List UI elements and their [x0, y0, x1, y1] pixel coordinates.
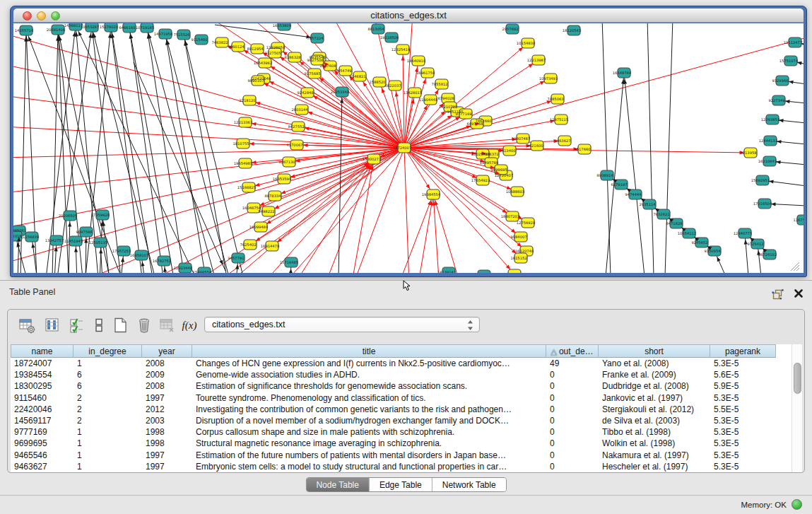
column-header-title[interactable]: title: [192, 344, 546, 358]
table-cell[interactable]: 0: [546, 426, 599, 438]
table-cell[interactable]: Corpus callosum shape and size in male p…: [192, 426, 546, 438]
maximize-button[interactable]: [51, 11, 60, 21]
table-cell[interactable]: 0: [546, 404, 599, 415]
network-edge[interactable]: [184, 35, 247, 273]
table-cell[interactable]: 2009: [142, 369, 192, 380]
table-row[interactable]: 1830029562008Estimation of significance …: [11, 380, 802, 392]
table-cell[interactable]: Investigating the contribution of common…: [192, 404, 546, 415]
column-header-name[interactable]: name: [11, 344, 73, 358]
column-header-pagerank[interactable]: pagerank: [710, 344, 776, 358]
table-cell[interactable]: 1: [73, 450, 142, 461]
network-edge[interactable]: [602, 23, 611, 273]
rows-icon[interactable]: [90, 316, 108, 334]
table-cell[interactable]: 14569117: [11, 415, 73, 426]
table-cell[interactable]: 5.3E-5: [710, 358, 776, 369]
table-row[interactable]: 911546021997Tourette syndrome. Phenomeno…: [11, 392, 802, 404]
table-cell[interactable]: 5.3E-5: [710, 461, 776, 472]
network-edge[interactable]: [111, 27, 155, 273]
table-cell[interactable]: 49: [546, 358, 599, 369]
table-cell[interactable]: Dudbridge et al. (2008): [599, 380, 710, 392]
network-edge[interactable]: [745, 233, 748, 273]
resize-grip[interactable]: [791, 262, 799, 271]
network-edge[interactable]: [92, 27, 121, 273]
network-edge[interactable]: [265, 63, 404, 148]
network-edge[interactable]: [403, 49, 404, 148]
table-cell[interactable]: Tibbo et al. (1998): [599, 426, 710, 438]
table-cell[interactable]: 0: [546, 461, 599, 472]
table-cell[interactable]: Franke et al. (2009): [599, 369, 710, 380]
network-edge[interactable]: [307, 93, 404, 148]
column-header-short[interactable]: short: [599, 344, 710, 358]
table-cell[interactable]: 5.3E-5: [710, 426, 776, 438]
float-panel-icon[interactable]: [772, 289, 784, 300]
table-cell[interactable]: Wolkin et al. (1998): [599, 438, 710, 449]
network-edge[interactable]: [111, 27, 142, 273]
table-cell[interactable]: 19384554: [11, 369, 73, 380]
table-row[interactable]: 1456911722003Disruption of a novel membe…: [11, 415, 802, 426]
column-header-out_de[interactable]: △out_de…: [546, 344, 599, 358]
table-row[interactable]: 2242004622012Investigating the contribut…: [11, 404, 802, 415]
table-cell[interactable]: 2: [73, 415, 142, 426]
table-cell[interactable]: 0: [546, 380, 599, 392]
table-cell[interactable]: Stergiakouli et al. (2012): [599, 404, 710, 415]
table-cell[interactable]: 18724007: [11, 358, 73, 369]
network-edge[interactable]: [404, 148, 526, 251]
table-cell[interactable]: 5.3E-5: [710, 392, 776, 404]
network-edge[interactable]: [215, 25, 317, 38]
table-cell[interactable]: Estimation of the future numbers of pati…: [192, 450, 546, 461]
table-cell[interactable]: 1998: [142, 426, 192, 438]
table-cell[interactable]: 5.3E-5: [710, 438, 776, 449]
table-cell[interactable]: 2008: [142, 358, 192, 369]
network-edge[interactable]: [302, 110, 404, 148]
network-edge[interactable]: [665, 23, 673, 273]
citation-network-graph[interactable]: 1405571420691406145691171065328715276020…: [13, 23, 804, 273]
table-cell[interactable]: 1997: [142, 450, 192, 461]
table-row[interactable]: 946554611997Estimation of the future num…: [11, 450, 802, 461]
network-edge[interactable]: [147, 28, 184, 273]
table-cell[interactable]: 6: [73, 380, 142, 392]
table-cell[interactable]: 2003: [142, 415, 192, 426]
table-cell[interactable]: 6: [73, 369, 142, 380]
network-edge[interactable]: [401, 194, 433, 273]
table-cell[interactable]: 0: [546, 415, 599, 426]
table-cell[interactable]: 5.6E-5: [710, 369, 776, 380]
table-cell[interactable]: 18300295: [11, 380, 73, 392]
table-cell[interactable]: 5.3E-5: [710, 450, 776, 461]
network-edge[interactable]: [134, 62, 225, 271]
network-edge[interactable]: [404, 36, 804, 148]
close-button[interactable]: [23, 11, 32, 21]
table-cell[interactable]: 1: [73, 426, 142, 438]
table-cell[interactable]: 0: [546, 438, 599, 449]
table-cell[interactable]: 5.3E-5: [710, 415, 776, 426]
table-cell[interactable]: 1997: [142, 461, 192, 472]
table-cell[interactable]: Jankovic et al. (1997): [599, 392, 710, 404]
table-cell[interactable]: de Silva et al. (2003): [599, 415, 710, 426]
new-column-icon[interactable]: [111, 316, 129, 334]
table-cell[interactable]: Hescheler et al. (1997): [599, 461, 710, 472]
table-cell[interactable]: 0: [546, 392, 599, 404]
tab-network-table[interactable]: Network Table: [433, 478, 506, 491]
delete-trash-icon[interactable]: [135, 316, 153, 334]
network-edge[interactable]: [404, 23, 413, 148]
network-edge[interactable]: [249, 148, 404, 187]
table-cell[interactable]: 9777169: [11, 426, 73, 438]
table-cell[interactable]: 22420046: [11, 404, 73, 415]
table-selector-dropdown[interactable]: citations_edges.txt: [204, 317, 480, 332]
network-edge[interactable]: [404, 148, 409, 273]
network-edge[interactable]: [86, 232, 86, 273]
network-edge[interactable]: [13, 95, 404, 148]
table-cell[interactable]: Disruption of a novel member of a sodium…: [192, 415, 546, 426]
network-edge[interactable]: [184, 35, 227, 273]
table-row[interactable]: 1872400712008Changes of HCN gene express…: [11, 358, 802, 369]
table-cell[interactable]: 0: [546, 450, 599, 461]
table-cell[interactable]: 2012: [142, 404, 192, 415]
tab-edge-table[interactable]: Edge Table: [370, 478, 433, 491]
table-row[interactable]: 946362711997Embryonic stem cells: a mode…: [11, 461, 802, 472]
table-cell[interactable]: 9465546: [11, 450, 73, 461]
column-header-in_degree[interactable]: in_degree: [73, 344, 142, 358]
table-cell[interactable]: 9699695: [11, 438, 73, 449]
network-edge[interactable]: [351, 159, 374, 273]
table-cell[interactable]: Embryonic stem cells: a model to study s…: [192, 461, 546, 472]
table-cell[interactable]: Tourette syndrome. Phenomenology and cla…: [192, 392, 546, 404]
table-cell[interactable]: 1997: [142, 392, 192, 404]
